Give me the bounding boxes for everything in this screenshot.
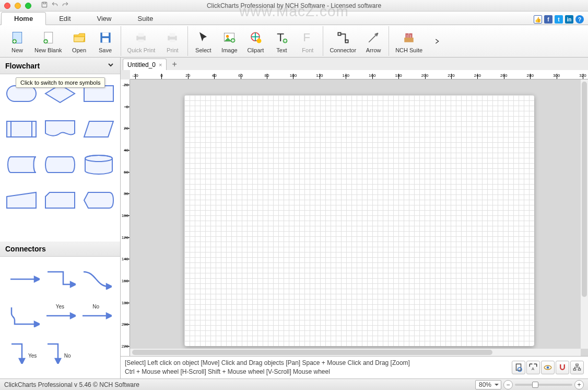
titlebar: ClickCharts Professional by NCH Software…	[0, 0, 588, 12]
save-button[interactable]: Save	[92, 26, 119, 56]
document-tab-label: Untitled_0	[127, 61, 156, 68]
shape-database[interactable]	[81, 150, 116, 180]
svg-marker-47	[19, 359, 25, 364]
statusbar: ClickCharts Professional v 5.46 © NCH So…	[0, 378, 588, 390]
svg-rect-26	[7, 86, 36, 101]
select-button[interactable]: Select	[190, 26, 216, 56]
nch-suite-button[interactable]: NCH Suite	[391, 26, 427, 56]
close-window-button[interactable]	[4, 3, 10, 9]
shape-data[interactable]	[81, 114, 116, 144]
save-icon-titlebar[interactable]	[41, 1, 48, 10]
menu-tab-bar: Home Edit View Suite 👍 f t in ?	[0, 12, 588, 25]
shape-direct-data[interactable]	[43, 150, 77, 180]
print-preview-button[interactable]	[512, 361, 525, 374]
tab-view[interactable]: View	[84, 12, 125, 25]
connector-placeholder[interactable]	[80, 338, 112, 366]
vertical-scrollbar[interactable]	[581, 79, 588, 349]
document-tab[interactable]: Untitled_0 ×	[123, 59, 167, 70]
shape-document[interactable]	[43, 114, 77, 144]
tab-home[interactable]: Home	[1, 12, 46, 25]
open-button[interactable]: Open	[66, 26, 92, 56]
svg-rect-8	[102, 38, 108, 42]
autosize-button[interactable]: A	[526, 361, 540, 374]
horizontal-ruler: -200204060801001201401601802002202402602…	[130, 70, 588, 79]
status-product-label: ClickCharts Professional v 5.46 © NCH So…	[4, 381, 139, 388]
svg-rect-7	[102, 32, 108, 36]
redo-icon-titlebar[interactable]	[62, 1, 69, 10]
zoom-select[interactable]: 80%	[475, 380, 501, 389]
shape-stored-data[interactable]	[4, 150, 39, 180]
tab-edit[interactable]: Edit	[46, 12, 84, 25]
flowchart-panel-header[interactable]: Flowchart	[0, 58, 120, 74]
connector-straight[interactable]	[8, 265, 40, 293]
tab-suite[interactable]: Suite	[124, 12, 166, 25]
text-button[interactable]: T Text	[268, 26, 295, 56]
window-title: ClickCharts Professional by NCH Software…	[0, 2, 588, 9]
canvas-viewport[interactable]	[130, 79, 588, 356]
connector-no-elbow[interactable]: No	[44, 338, 76, 366]
arrow-button[interactable]: Arrow	[360, 26, 386, 56]
print-button[interactable]: Print	[159, 26, 185, 56]
connector-yes-straight[interactable]: Yes	[44, 302, 76, 330]
close-tab-icon[interactable]: ×	[159, 62, 162, 68]
ribbon: New New Blank Open Save Quick Print Prin…	[0, 25, 588, 58]
new-blank-icon	[40, 29, 56, 46]
canvas-area: Untitled_0 × + -200204060801001201401601…	[121, 58, 588, 378]
new-blank-button[interactable]: New Blank	[30, 26, 66, 56]
connector-no-straight[interactable]: No	[80, 302, 112, 330]
svg-marker-32	[84, 121, 113, 137]
zoom-slider[interactable]	[515, 384, 572, 386]
font-button[interactable]: F Font	[295, 26, 321, 56]
drawing-page[interactable]	[184, 95, 534, 346]
quick-print-button[interactable]: Quick Print	[123, 26, 160, 56]
clipart-icon	[247, 29, 264, 46]
ribbon-overflow-button[interactable]	[429, 26, 445, 56]
svg-marker-48	[55, 359, 61, 364]
add-tab-button[interactable]: +	[168, 59, 181, 70]
linkedin-icon[interactable]: in	[565, 15, 573, 24]
grid-visibility-button[interactable]	[541, 361, 555, 374]
hint-text: [Select] Left click on object [Move] Cli…	[125, 359, 508, 376]
connector-icon	[335, 29, 351, 46]
arrow-icon	[365, 29, 382, 46]
svg-rect-56	[578, 369, 581, 370]
zoom-out-button[interactable]: −	[503, 380, 513, 389]
window-controls	[4, 3, 31, 9]
clipart-button[interactable]: Clipart	[242, 26, 268, 56]
quick-print-icon	[133, 29, 149, 46]
connector-curve[interactable]	[80, 265, 112, 293]
twitter-icon[interactable]: t	[555, 15, 563, 24]
flowchart-panel-title: Flowchart	[5, 62, 40, 70]
maximize-window-button[interactable]	[25, 3, 31, 9]
connectors-grid: Yes No Yes No	[4, 261, 116, 371]
snap-button[interactable]	[556, 361, 569, 374]
font-icon: F	[299, 29, 316, 46]
minimize-window-button[interactable]	[15, 3, 21, 9]
connector-yes-elbow[interactable]: Yes	[8, 338, 40, 366]
new-button[interactable]: New	[4, 26, 30, 56]
undo-icon-titlebar[interactable]	[51, 1, 58, 10]
connector-button[interactable]: Connector	[325, 26, 360, 56]
shape-display[interactable]	[81, 185, 116, 215]
shape-card[interactable]	[43, 185, 77, 215]
nch-suite-icon	[401, 29, 417, 46]
layout-button[interactable]	[570, 361, 584, 374]
connector-s-curve[interactable]	[8, 302, 40, 330]
connector-elbow-down[interactable]	[44, 265, 76, 293]
svg-text:A: A	[532, 366, 534, 371]
svg-rect-13	[170, 33, 175, 37]
shape-predefined[interactable]	[4, 114, 39, 144]
like-icon[interactable]: 👍	[534, 15, 542, 24]
svg-marker-37	[45, 192, 75, 208]
image-button[interactable]: Image	[216, 26, 242, 56]
svg-rect-10	[138, 33, 144, 37]
zoom-in-button[interactable]: +	[574, 380, 584, 389]
svg-rect-0	[42, 2, 46, 7]
facebook-icon[interactable]: f	[544, 15, 552, 24]
shape-manual-input[interactable]	[4, 185, 39, 215]
svg-marker-40	[70, 282, 76, 287]
svg-rect-25	[404, 38, 414, 42]
horizontal-scrollbar[interactable]	[130, 349, 581, 356]
help-icon[interactable]: ?	[575, 15, 584, 24]
connectors-panel-header[interactable]: Connectors	[0, 242, 120, 257]
